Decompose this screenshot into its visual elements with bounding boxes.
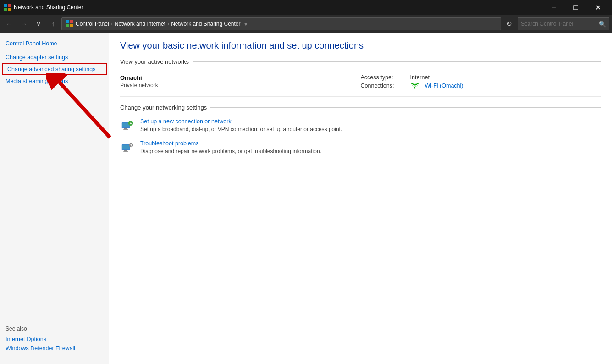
see-also-label: See also bbox=[6, 325, 103, 332]
change-settings-section: Change your networking settings + bbox=[120, 104, 601, 159]
svg-text:+: + bbox=[130, 121, 132, 126]
search-input[interactable] bbox=[521, 21, 597, 27]
search-box: 🔍 bbox=[518, 17, 609, 30]
svg-rect-4 bbox=[66, 20, 69, 23]
troubleshoot-text: Troubleshoot problems Diagnose and repai… bbox=[140, 140, 321, 154]
sidebar-item-internet-options[interactable]: Internet Options bbox=[6, 335, 103, 344]
access-type-value: Internet bbox=[410, 74, 430, 81]
svg-rect-1 bbox=[8, 4, 11, 7]
network-left-panel: Omachi Private network bbox=[120, 74, 361, 88]
window-controls: − □ ✕ bbox=[543, 0, 608, 15]
sidebar-item-media-streaming[interactable]: Media streaming options bbox=[0, 76, 109, 86]
sidebar-item-change-adapter[interactable]: Change adapter settings bbox=[0, 52, 109, 62]
up-button[interactable]: ↑ bbox=[47, 17, 60, 30]
svg-rect-18 bbox=[123, 151, 128, 152]
svg-rect-6 bbox=[66, 24, 69, 27]
network-name: Omachi bbox=[120, 74, 361, 81]
svg-rect-2 bbox=[4, 8, 7, 11]
change-settings-header: Change your networking settings bbox=[120, 104, 601, 111]
minimize-button[interactable]: − bbox=[543, 0, 564, 15]
network-type: Private network bbox=[120, 82, 361, 88]
svg-rect-0 bbox=[4, 4, 7, 7]
address-dropdown-button[interactable]: ▾ bbox=[241, 17, 252, 30]
breadcrumb-item-3[interactable]: Network and Sharing Center bbox=[171, 21, 240, 27]
svg-rect-17 bbox=[124, 150, 127, 151]
window-title: Network and Sharing Center bbox=[14, 4, 543, 11]
forward-button[interactable]: → bbox=[17, 17, 30, 30]
svg-rect-7 bbox=[70, 24, 73, 27]
active-networks-header: View your active networks bbox=[120, 58, 601, 65]
network-right-panel: Access type: Internet Connections: bbox=[361, 74, 601, 91]
svg-text:?: ? bbox=[130, 143, 132, 148]
svg-rect-5 bbox=[70, 20, 73, 23]
connections-row: Connections: Wi-Fi (Omachi) bbox=[361, 83, 601, 89]
troubleshoot-item: ? Troubleshoot problems Diagnose and rep… bbox=[120, 137, 601, 159]
address-bar: ← → ∨ ↑ Control Panel › Network and Inte… bbox=[0, 15, 612, 33]
sidebar-item-windows-defender[interactable]: Windows Defender Firewall bbox=[6, 344, 103, 353]
sidebar-see-also: See also Internet Options Windows Defend… bbox=[0, 320, 109, 358]
refresh-button[interactable]: ↻ bbox=[503, 17, 516, 30]
setup-connection-desc: Set up a broadband, dial-up, or VPN conn… bbox=[140, 126, 342, 132]
search-icon[interactable]: 🔍 bbox=[599, 21, 606, 28]
breadcrumb: Control Panel › Network and Internet › N… bbox=[76, 21, 241, 27]
title-bar: Network and Sharing Center − □ ✕ bbox=[0, 0, 612, 15]
setup-connection-item: + Set up a new connection or network Set… bbox=[120, 115, 601, 137]
app-icon bbox=[4, 4, 11, 11]
breadcrumb-item-2[interactable]: Network and Internet bbox=[115, 21, 165, 27]
setup-connection-text: Set up a new connection or network Set u… bbox=[140, 118, 342, 132]
maximize-button[interactable]: □ bbox=[565, 0, 586, 15]
sidebar-item-control-panel-home[interactable]: Control Panel Home bbox=[0, 39, 109, 49]
troubleshoot-desc: Diagnose and repair network problems, or… bbox=[140, 148, 321, 154]
setup-connection-link[interactable]: Set up a new connection or network bbox=[140, 118, 342, 125]
breadcrumb-icon bbox=[66, 20, 73, 28]
window-body: Control Panel Home Change adapter settin… bbox=[0, 33, 612, 364]
close-button[interactable]: ✕ bbox=[587, 0, 608, 15]
svg-point-8 bbox=[414, 88, 415, 89]
access-type-row: Access type: Internet bbox=[361, 74, 601, 81]
page-title: View your basic network information and … bbox=[120, 40, 601, 51]
dropdown-button[interactable]: ∨ bbox=[32, 17, 45, 30]
wifi-icon bbox=[410, 83, 419, 89]
access-type-label: Access type: bbox=[361, 74, 407, 81]
connections-label: Connections: bbox=[361, 83, 407, 89]
sidebar: Control Panel Home Change adapter settin… bbox=[0, 33, 109, 364]
setup-connection-icon: + bbox=[120, 118, 135, 133]
svg-rect-12 bbox=[123, 129, 128, 130]
troubleshoot-link[interactable]: Troubleshoot problems bbox=[140, 140, 321, 147]
breadcrumb-item-1[interactable]: Control Panel bbox=[76, 21, 109, 27]
troubleshoot-icon: ? bbox=[120, 140, 135, 155]
svg-rect-3 bbox=[8, 8, 11, 11]
wifi-connection-link[interactable]: Wi-Fi (Omachi) bbox=[425, 83, 463, 89]
main-content: View your basic network information and … bbox=[109, 33, 612, 364]
sidebar-item-change-advanced-sharing[interactable]: Change advanced sharing settings bbox=[2, 63, 107, 75]
address-field[interactable]: Control Panel › Network and Internet › N… bbox=[61, 17, 501, 30]
network-info-box: Omachi Private network Access type: Inte… bbox=[120, 69, 601, 97]
back-button[interactable]: ← bbox=[3, 17, 16, 30]
svg-rect-11 bbox=[124, 128, 127, 129]
svg-rect-16 bbox=[122, 145, 130, 149]
